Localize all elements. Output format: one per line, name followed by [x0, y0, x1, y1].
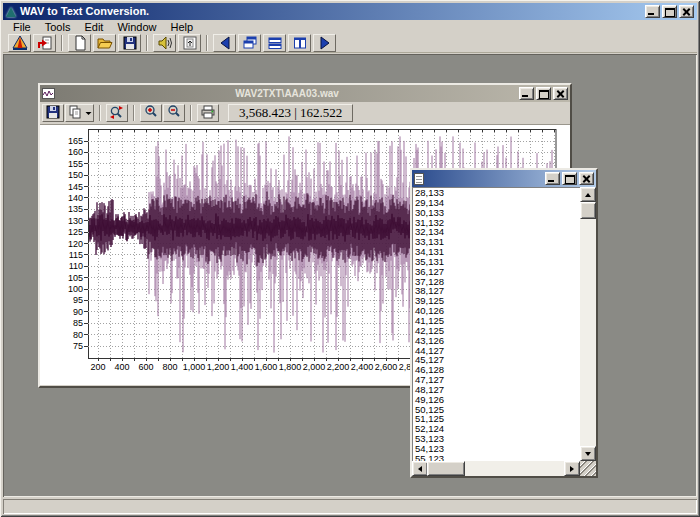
- toolbar-separator: [99, 105, 101, 121]
- svg-text:600: 600: [138, 362, 153, 372]
- copy-chart-button[interactable]: [65, 104, 94, 122]
- svg-text:150: 150: [68, 170, 83, 180]
- resize-grip[interactable]: [580, 461, 596, 476]
- main-toolbar: [3, 34, 697, 53]
- menu-help[interactable]: Help: [164, 20, 201, 34]
- next-button[interactable]: [313, 34, 336, 52]
- svg-text:110: 110: [69, 261, 83, 271]
- svg-text:75: 75: [73, 341, 83, 351]
- previous-button[interactable]: [213, 34, 236, 52]
- chart-maximize-button[interactable]: [536, 87, 551, 100]
- maximize-button[interactable]: [662, 5, 677, 18]
- chart-window-titlebar[interactable]: WAV2TXT\AAA03.wav: [40, 85, 570, 102]
- chart-close-button[interactable]: [553, 87, 568, 100]
- list-item[interactable]: 55,123: [415, 454, 580, 461]
- right-arrow-icon: [570, 466, 577, 472]
- text-window-body: 28,13329,13430,13331,13232,13433,13134,1…: [412, 187, 596, 476]
- menu-edit[interactable]: Edit: [77, 20, 110, 34]
- zoom-out-button[interactable]: [163, 104, 185, 122]
- text-window-icon: [414, 173, 424, 185]
- print-chart-button[interactable]: [197, 104, 219, 122]
- speaker-icon: [157, 35, 173, 51]
- text-window-titlebar[interactable]: [412, 170, 596, 187]
- toolbar-separator: [133, 105, 135, 121]
- svg-text:135: 135: [68, 204, 83, 214]
- horizontal-scroll-thumb[interactable]: [427, 461, 465, 476]
- down-arrow-icon: [585, 452, 591, 459]
- vertical-scroll-thumb[interactable]: [580, 202, 596, 219]
- new-doc-icon: [72, 35, 88, 51]
- svg-text:2,200: 2,200: [327, 362, 350, 372]
- svg-text:85: 85: [73, 318, 83, 328]
- chart-toolbar: 3,568.423 | 162.522: [40, 102, 570, 124]
- menu-bar: FileToolsEditWindowHelp: [3, 20, 697, 34]
- svg-text:115: 115: [69, 250, 83, 260]
- tile-horizontal-button[interactable]: [263, 34, 286, 52]
- svg-text:1,000: 1,000: [183, 362, 206, 372]
- left-arrow-icon: [415, 466, 422, 472]
- svg-text:100: 100: [68, 284, 83, 294]
- horizontal-scrollbar[interactable]: [412, 461, 580, 476]
- tile-horiz-icon: [267, 35, 283, 51]
- svg-text:800: 800: [162, 362, 177, 372]
- save-chart-button[interactable]: [42, 104, 64, 122]
- convert-wizard-button[interactable]: [8, 34, 31, 52]
- open-file-button[interactable]: [93, 34, 116, 52]
- app-logo-icon: [6, 7, 16, 17]
- svg-text:125: 125: [68, 227, 83, 237]
- scroll-left-button[interactable]: [412, 461, 428, 476]
- svg-text:2,000: 2,000: [303, 362, 326, 372]
- svg-text:105: 105: [68, 273, 83, 283]
- play-sound-button[interactable]: [153, 34, 176, 52]
- chart-minimize-button[interactable]: [519, 87, 534, 100]
- up-arrow-icon: [585, 190, 591, 197]
- svg-text:1,800: 1,800: [279, 362, 302, 372]
- svg-text:140: 140: [68, 193, 83, 203]
- toolbar-separator: [190, 105, 192, 121]
- view-text-button[interactable]: [178, 34, 201, 52]
- wav-to-text-button[interactable]: [33, 34, 56, 52]
- zoom-reset-icon: [109, 104, 125, 123]
- chart-window-icon: [42, 88, 55, 99]
- dropdown-arrow-icon: [85, 106, 92, 121]
- cascade-icon: [242, 35, 258, 51]
- svg-text:165: 165: [68, 136, 83, 146]
- svg-text:1,200: 1,200: [207, 362, 230, 372]
- scroll-up-button[interactable]: [580, 187, 596, 202]
- text-window: 28,13329,13430,13331,13232,13433,13134,1…: [410, 168, 598, 478]
- new-file-button[interactable]: [68, 34, 91, 52]
- text-close-button[interactable]: [579, 172, 594, 185]
- text-maximize-button[interactable]: [562, 172, 577, 185]
- save-file-button[interactable]: [118, 34, 141, 52]
- svg-text:95: 95: [73, 295, 83, 305]
- chart-window-title: WAV2TXT\AAA03.wav: [58, 88, 516, 99]
- zoom-out-icon: [166, 104, 182, 123]
- cursor-coordinates: 3,568.423 | 162.522: [228, 104, 353, 122]
- menu-file[interactable]: File: [6, 20, 38, 34]
- floppy-icon: [122, 35, 138, 51]
- svg-text:155: 155: [68, 159, 83, 169]
- logo-triangle-icon: [12, 35, 28, 51]
- main-titlebar[interactable]: WAV to Text Conversion.: [3, 3, 697, 20]
- minimize-button[interactable]: [645, 5, 660, 18]
- text-minimize-button[interactable]: [545, 172, 560, 185]
- zoom-reset-button[interactable]: [106, 104, 128, 122]
- close-button[interactable]: [679, 5, 694, 18]
- zoom-in-button[interactable]: [140, 104, 162, 122]
- menu-tools[interactable]: Tools: [38, 20, 78, 34]
- cascade-windows-button[interactable]: [238, 34, 261, 52]
- scroll-right-button[interactable]: [564, 461, 580, 476]
- svg-text:400: 400: [114, 362, 129, 372]
- app-title: WAV to Text Conversion.: [20, 3, 641, 20]
- text-list: 28,13329,13430,13331,13232,13433,13134,1…: [412, 187, 580, 461]
- toolbar-separator: [206, 35, 208, 51]
- svg-text:2,400: 2,400: [351, 362, 374, 372]
- vertical-scrollbar[interactable]: [580, 187, 596, 461]
- copy-icon: [67, 104, 83, 123]
- svg-text:2,600: 2,600: [375, 362, 398, 372]
- menu-window[interactable]: Window: [110, 20, 163, 34]
- scroll-down-button[interactable]: [580, 446, 596, 461]
- export-page-icon: [182, 35, 198, 51]
- tile-vertical-button[interactable]: [288, 34, 311, 52]
- svg-text:90: 90: [73, 307, 83, 317]
